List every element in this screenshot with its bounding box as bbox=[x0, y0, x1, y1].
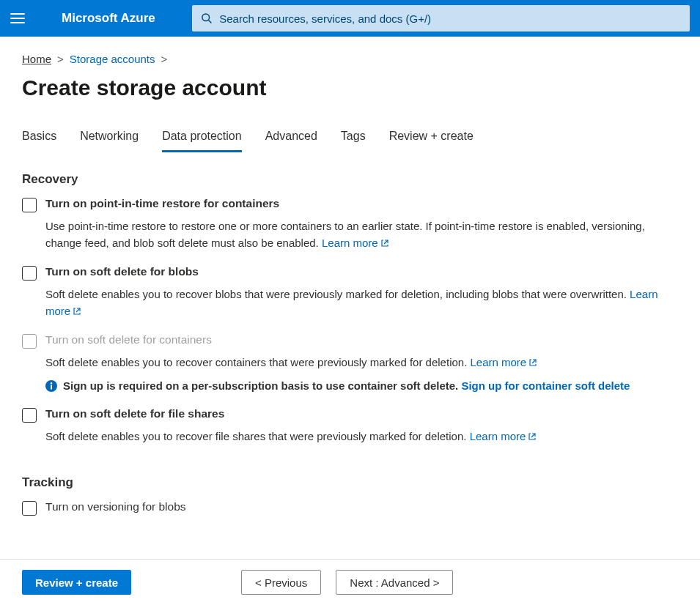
section-recovery-title: Recovery bbox=[22, 172, 678, 187]
breadcrumb-home[interactable]: Home bbox=[22, 53, 51, 65]
search-input[interactable] bbox=[219, 12, 681, 25]
top-bar: Microsoft Azure bbox=[0, 0, 700, 37]
tab-networking[interactable]: Networking bbox=[80, 125, 139, 152]
external-link-icon bbox=[528, 429, 537, 446]
label-soft-delete-containers: Turn on soft delete for containers bbox=[45, 333, 212, 346]
desc-blobs-text: Soft delete enables you to recover blobs… bbox=[45, 288, 627, 300]
search-box[interactable] bbox=[192, 5, 690, 31]
tab-review-create[interactable]: Review + create bbox=[389, 125, 474, 152]
desc-soft-delete-file-shares: Soft delete enables you to recover file … bbox=[45, 428, 678, 446]
breadcrumb-separator: > bbox=[161, 53, 168, 65]
breadcrumb-storage-accounts[interactable]: Storage accounts bbox=[70, 53, 155, 65]
signup-container-soft-delete-link[interactable]: Sign up for container soft delete bbox=[461, 379, 630, 392]
external-link-icon bbox=[73, 304, 81, 321]
svg-rect-3 bbox=[51, 385, 52, 389]
label-versioning-blobs: Turn on versioning for blobs bbox=[45, 500, 186, 513]
option-soft-delete-file-shares: Turn on soft delete for file shares Soft… bbox=[22, 407, 678, 446]
desc-containers-text: Soft delete enables you to recover conta… bbox=[45, 356, 467, 368]
footer-bar: Review + create < Previous Next : Advanc… bbox=[0, 559, 700, 605]
section-tracking-title: Tracking bbox=[22, 475, 678, 490]
svg-line-1 bbox=[208, 21, 211, 23]
desc-pitr: Use point-in-time restore to restore one… bbox=[45, 218, 678, 252]
label-pitr: Turn on point-in-time restore for contai… bbox=[45, 197, 279, 210]
desc-file-shares-text: Soft delete enables you to recover file … bbox=[45, 430, 466, 442]
tab-tags[interactable]: Tags bbox=[341, 125, 366, 152]
breadcrumb-separator: > bbox=[57, 53, 64, 65]
option-soft-delete-containers: Turn on soft delete for containers Soft … bbox=[22, 333, 678, 394]
main-content: Home > Storage accounts > Create storage… bbox=[0, 37, 700, 525]
tab-basics[interactable]: Basics bbox=[22, 125, 56, 152]
checkbox-soft-delete-blobs[interactable] bbox=[22, 266, 37, 281]
next-button[interactable]: Next : Advanced > bbox=[336, 570, 453, 595]
svg-point-4 bbox=[51, 382, 52, 384]
option-pitr: Turn on point-in-time restore for contai… bbox=[22, 197, 678, 252]
external-link-icon bbox=[528, 355, 537, 372]
info-icon bbox=[45, 380, 57, 392]
label-soft-delete-blobs: Turn on soft delete for blobs bbox=[45, 265, 199, 278]
breadcrumb: Home > Storage accounts > bbox=[22, 53, 678, 65]
info-containers-text: Sign up is required on a per-subscriptio… bbox=[63, 379, 458, 392]
checkbox-pitr[interactable] bbox=[22, 198, 37, 212]
tab-data-protection[interactable]: Data protection bbox=[162, 125, 242, 152]
label-soft-delete-file-shares: Turn on soft delete for file shares bbox=[45, 407, 224, 420]
tab-advanced[interactable]: Advanced bbox=[265, 125, 317, 152]
learn-more-file-shares[interactable]: Learn more bbox=[470, 430, 537, 442]
info-containers-signup: Sign up is required on a per-subscriptio… bbox=[45, 378, 678, 395]
search-icon bbox=[201, 12, 212, 24]
svg-point-0 bbox=[202, 14, 210, 21]
external-link-icon bbox=[380, 236, 389, 253]
brand-name[interactable]: Microsoft Azure bbox=[62, 11, 155, 26]
tab-bar: Basics Networking Data protection Advanc… bbox=[22, 125, 678, 153]
learn-more-pitr[interactable]: Learn more bbox=[322, 237, 389, 249]
checkbox-versioning-blobs[interactable] bbox=[22, 501, 37, 516]
checkbox-soft-delete-containers bbox=[22, 334, 37, 349]
page-title: Create storage account bbox=[22, 75, 678, 100]
learn-more-containers[interactable]: Learn more bbox=[471, 356, 538, 368]
hamburger-menu-icon[interactable] bbox=[10, 13, 25, 23]
desc-soft-delete-containers: Soft delete enables you to recover conta… bbox=[45, 355, 678, 372]
search-wrapper bbox=[192, 5, 690, 31]
review-create-button[interactable]: Review + create bbox=[22, 570, 131, 595]
option-versioning-blobs: Turn on versioning for blobs bbox=[22, 500, 678, 516]
previous-button[interactable]: < Previous bbox=[241, 570, 321, 595]
checkbox-soft-delete-file-shares[interactable] bbox=[22, 408, 37, 423]
option-soft-delete-blobs: Turn on soft delete for blobs Soft delet… bbox=[22, 265, 678, 320]
desc-soft-delete-blobs: Soft delete enables you to recover blobs… bbox=[45, 286, 678, 320]
